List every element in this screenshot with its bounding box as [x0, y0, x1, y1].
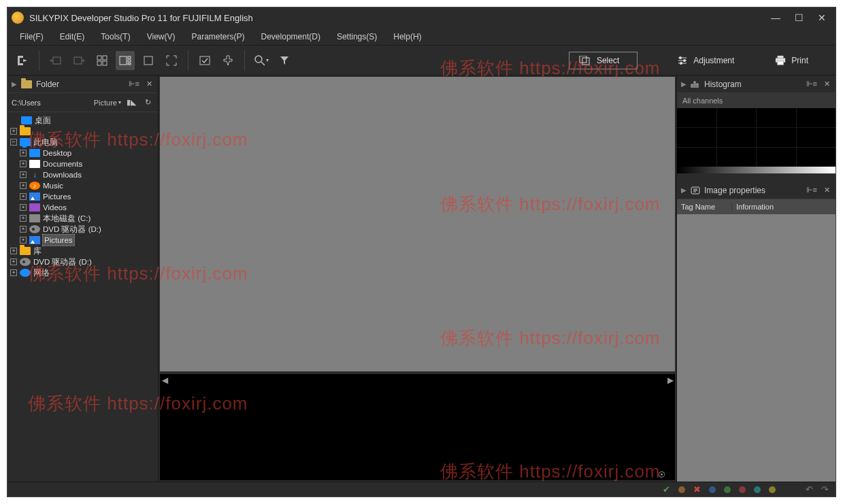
svg-point-16 — [683, 59, 686, 62]
svg-rect-3 — [103, 56, 107, 60]
thumb-scroll-left-icon[interactable]: ◀ — [160, 374, 169, 480]
status-dot-blue[interactable] — [709, 486, 716, 493]
next-image-icon[interactable] — [69, 51, 88, 70]
tree-node-unnamed-folder[interactable]: + — [9, 126, 156, 137]
column-tag-name[interactable]: Tag Name — [677, 203, 731, 211]
tree-node-desktop[interactable]: 桌面 — [9, 115, 156, 126]
status-dot-orange[interactable] — [678, 486, 685, 493]
print-icon — [775, 55, 786, 66]
picture-filter-select[interactable]: Picture▾ — [94, 99, 121, 107]
menu-tools[interactable]: Tools(T) — [94, 30, 137, 44]
panel-close-icon[interactable]: ✕ — [823, 186, 831, 195]
histogram-title: Histogram — [704, 80, 742, 89]
grid-view-icon[interactable] — [93, 51, 112, 70]
menu-settings[interactable]: Settings(S) — [330, 30, 384, 44]
status-dot-yellow[interactable] — [769, 486, 776, 493]
svg-rect-0 — [53, 57, 61, 64]
svg-rect-14 — [580, 56, 586, 63]
minimize-button[interactable]: — — [770, 12, 781, 23]
redo-icon[interactable]: ↷ — [821, 484, 829, 494]
select-label: Select — [597, 56, 619, 65]
refresh-icon[interactable]: ↻ — [142, 98, 154, 107]
path-bar: C:\Users Picture▾ ▮◣ ↻ — [7, 93, 158, 112]
open-folder-icon[interactable]: ▮◣ — [125, 98, 137, 107]
menu-file[interactable]: File(F) — [13, 30, 50, 44]
tree-node-library[interactable]: +库 — [9, 246, 156, 256]
panel-pin-icon[interactable]: ⊩≡ — [127, 80, 141, 88]
menu-view[interactable]: View(V) — [140, 30, 182, 44]
close-button[interactable]: ✕ — [816, 12, 827, 23]
tree-node-desktop-folder[interactable]: +Desktop — [9, 148, 156, 158]
tree-node-documents[interactable]: +Documents — [9, 158, 156, 169]
chevron-right-icon[interactable]: ▶ — [681, 186, 687, 194]
export-icon[interactable] — [13, 51, 32, 70]
panel-close-icon[interactable]: ✕ — [145, 80, 154, 88]
tree-node-this-pc[interactable]: −此电脑 — [9, 137, 156, 148]
check-view-icon[interactable] — [195, 51, 214, 70]
chevron-right-icon[interactable]: ▶ — [12, 80, 17, 88]
svg-point-15 — [679, 56, 682, 59]
tree-node-downloads[interactable]: +↓Downloads — [9, 169, 156, 180]
tree-node-pictures[interactable]: +Pictures — [9, 191, 156, 202]
preview-area[interactable] — [160, 77, 675, 371]
histogram-channel-select[interactable]: All channels — [677, 93, 836, 108]
maximize-button[interactable]: ☐ — [793, 12, 804, 23]
mode-adjustment-button[interactable]: Adjustment — [669, 51, 742, 70]
app-icon — [12, 12, 24, 24]
status-x-icon[interactable]: ✖ — [693, 484, 701, 494]
thumbnail-strip[interactable]: ◀ ▶ ⦿ — [160, 374, 675, 480]
fullscreen-icon[interactable] — [162, 51, 181, 70]
undo-icon[interactable]: ↶ — [806, 484, 813, 494]
window-controls: — ☐ ✕ — [770, 12, 831, 23]
svg-rect-18 — [778, 55, 784, 58]
menu-parameters[interactable]: Parameters(P) — [185, 30, 252, 44]
panel-pin-icon[interactable]: ⊩≡ — [805, 186, 819, 195]
column-information[interactable]: Information — [731, 203, 836, 211]
thumb-scroll-right-icon[interactable]: ▶ — [665, 374, 675, 480]
tree-node-pictures-selected[interactable]: +Pictures — [9, 235, 156, 246]
tree-node-local-disk[interactable]: +本地磁盘 (C:) — [9, 213, 156, 224]
panel-close-icon[interactable]: ✕ — [823, 80, 831, 88]
image-properties-title: Image properties — [704, 186, 765, 195]
svg-rect-5 — [103, 61, 107, 65]
histogram-gradient — [677, 167, 836, 173]
folder-panel: ▶ Folder ⊩≡ ✕ C:\Users Picture▾ ▮◣ ↻ 桌面 … — [7, 75, 159, 482]
tree-node-videos[interactable]: +Videos — [9, 202, 156, 213]
menu-help[interactable]: Help(H) — [386, 30, 428, 44]
properties-body — [677, 214, 836, 482]
prev-image-icon[interactable] — [46, 51, 65, 70]
folder-tree[interactable]: 桌面 + −此电脑 +Desktop +Documents +↓Download… — [7, 112, 158, 482]
single-view-icon[interactable] — [139, 51, 158, 70]
histogram-icon — [691, 80, 700, 88]
menu-edit[interactable]: Edit(E) — [53, 30, 92, 44]
mode-select-button[interactable]: Select — [569, 52, 638, 69]
combo-view-icon[interactable] — [116, 51, 135, 70]
svg-rect-10 — [144, 56, 152, 65]
mode-print-button[interactable]: Print — [767, 51, 816, 70]
marker-icon[interactable] — [218, 51, 237, 70]
svg-rect-9 — [128, 63, 131, 65]
search-icon[interactable]: ▾ — [252, 51, 271, 70]
menu-development[interactable]: Development(D) — [254, 30, 327, 44]
main-area: ▶ Folder ⊩≡ ✕ C:\Users Picture▾ ▮◣ ↻ 桌面 … — [7, 75, 836, 482]
status-dot-cyan[interactable] — [754, 486, 761, 493]
folder-panel-title: Folder — [36, 80, 59, 89]
tree-node-dvd-drive[interactable]: +DVD 驱动器 (D:) — [9, 224, 156, 235]
tree-node-music[interactable]: +♪Music — [9, 180, 156, 191]
toolbar-separator — [39, 50, 39, 71]
image-properties-header: ▶ Image properties ⊩≡ ✕ — [677, 182, 836, 199]
chevron-right-icon[interactable]: ▶ — [681, 80, 687, 88]
window-title: SILKYPIX Developer Studio Pro 11 for FUJ… — [29, 13, 770, 23]
toolbar: ▾ Select Adjustment Print — [7, 46, 836, 75]
panel-pin-icon[interactable]: ⊩≡ — [805, 80, 819, 88]
status-check-icon[interactable]: ✔ — [663, 484, 670, 494]
thumb-pin-icon[interactable]: ⦿ — [658, 471, 665, 479]
tree-node-dvd-drive-2[interactable]: +DVD 驱动器 (D:) — [9, 256, 156, 267]
status-dot-green[interactable] — [724, 486, 731, 493]
properties-icon — [691, 186, 700, 195]
svg-point-17 — [680, 62, 682, 65]
filter-icon[interactable] — [275, 51, 294, 70]
tree-node-network[interactable]: +网络 — [9, 267, 156, 278]
app-window: SILKYPIX Developer Studio Pro 11 for FUJ… — [7, 7, 836, 497]
status-dot-red[interactable] — [739, 486, 746, 493]
